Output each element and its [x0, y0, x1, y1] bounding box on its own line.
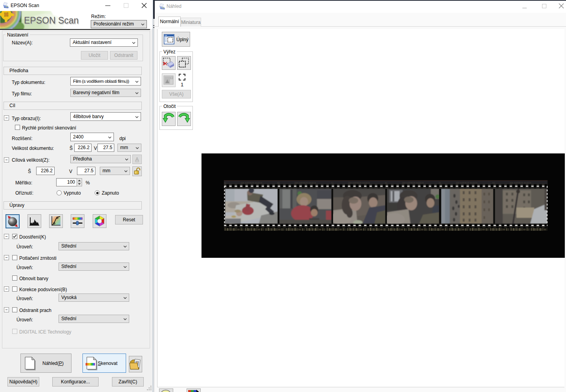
svg-text:KODAK PORTRA 400: KODAK PORTRA 400	[402, 182, 424, 184]
svg-text:KODAK PORTRA 400: KODAK PORTRA 400	[456, 182, 478, 184]
svg-text:19: 19	[224, 182, 226, 184]
svg-text:KODAK PORTRA 400: KODAK PORTRA 400	[241, 182, 262, 184]
svg-text:18: 18	[277, 182, 280, 184]
svg-text:16: 16	[385, 182, 387, 184]
svg-text:14: 14	[493, 182, 495, 184]
svg-text:15: 15	[439, 182, 441, 184]
svg-text:KODAK PORTRA 400: KODAK PORTRA 400	[510, 182, 531, 184]
svg-text:KODAK PORTRA 400: KODAK PORTRA 400	[348, 182, 370, 184]
svg-text:17: 17	[331, 182, 333, 184]
svg-text:KODAK PORTRA 400: KODAK PORTRA 400	[295, 182, 316, 184]
